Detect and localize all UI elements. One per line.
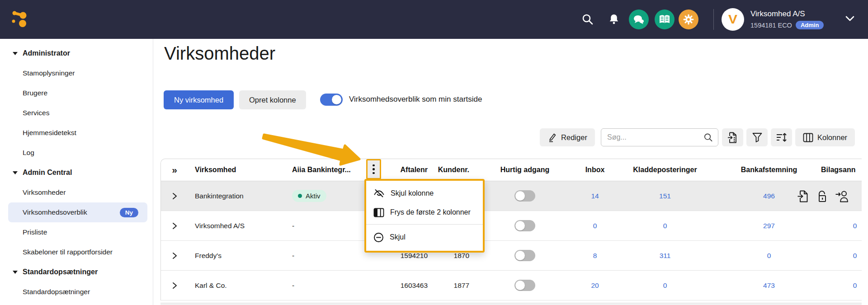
sidebar-item-log[interactable]: Log (0, 143, 153, 163)
export-file-icon (727, 132, 738, 143)
user-company-name: Virksomhed A/S (750, 9, 805, 19)
aiia-status-cell: - (290, 271, 369, 300)
minus-circle-icon (373, 232, 384, 243)
sort-lines-icon (776, 132, 787, 143)
user-avatar[interactable]: V (722, 8, 744, 31)
search-input[interactable] (601, 129, 703, 146)
create-column-button[interactable]: Opret kolonne (239, 90, 306, 109)
table-row: Karl & Co. - 1603463 1877 20 0 473 0 (161, 271, 862, 300)
bankafstemning-count-link[interactable]: 297 (763, 222, 775, 230)
navbar-divider (713, 9, 714, 30)
chat-support-icon[interactable] (629, 9, 649, 29)
notifications-bell-icon[interactable] (608, 13, 620, 26)
company-name-cell[interactable]: Bankintegration (188, 181, 290, 211)
edit-button[interactable]: Rediger (540, 128, 595, 146)
col-header-virksomhed[interactable]: Virksomhed (188, 159, 290, 181)
sort-button[interactable] (771, 128, 792, 146)
login-as-user-icon[interactable] (835, 190, 849, 202)
search-icon[interactable] (581, 13, 594, 26)
hurtig-adgang-toggle[interactable] (514, 250, 535, 261)
account-number: 1594181 ECO (750, 22, 792, 29)
search-box (601, 128, 718, 146)
caret-down-icon (13, 52, 18, 55)
expand-row-icon[interactable] (170, 282, 179, 290)
menu-item-hide-column[interactable]: Skjul kolonne (366, 184, 483, 203)
help-book-icon[interactable] (655, 9, 675, 29)
new-company-button[interactable]: Ny virksomhed (164, 90, 234, 109)
filter-button[interactable] (746, 128, 768, 146)
sidebar-section-administrator[interactable]: Administrator (0, 43, 153, 63)
sidebar-item-standardopsaetninger[interactable]: Standardopsætninger (0, 282, 153, 302)
eye-off-icon (373, 188, 385, 198)
unlock-icon[interactable] (816, 190, 827, 202)
expand-row-icon[interactable] (170, 222, 179, 230)
sidebar-section-admin-central[interactable]: Admin Central (0, 163, 153, 183)
sidebar-item-virksomheder[interactable]: Virksomheder (0, 183, 153, 202)
avatar-initial: V (728, 13, 737, 27)
hurtig-adgang-toggle[interactable] (514, 190, 535, 202)
status-dot-icon (298, 194, 302, 198)
bilagsann-count-link[interactable]: 0 (853, 282, 857, 290)
freeze-columns-icon (373, 208, 384, 217)
search-field-icon[interactable] (703, 132, 713, 142)
open-company-document-icon[interactable] (797, 190, 809, 202)
col-header-kundenr[interactable]: Kundenr. (432, 159, 473, 181)
table-row: Freddy's - 1594210 1870 8 311 0 0 (161, 241, 862, 271)
bankafstemning-count-link[interactable]: 0 (767, 252, 771, 260)
kladdeposteringer-count-link[interactable]: 0 (663, 222, 667, 230)
col-header-bilagsann[interactable]: Bilagsann (821, 159, 862, 181)
filter-funnel-icon (752, 132, 763, 143)
col-header-aiia[interactable]: Aiia Bankintegr... (290, 159, 369, 181)
bankafstemning-count-link[interactable]: 496 (763, 192, 775, 200)
export-button[interactable] (722, 128, 743, 146)
sidebar-item-prisliste[interactable]: Prisliste (0, 222, 153, 242)
sidebar-item-stamoplysninger[interactable]: Stamoplysninger (0, 63, 153, 83)
expand-row-icon[interactable] (170, 192, 179, 200)
user-menu-chevron-icon[interactable] (844, 15, 855, 22)
company-name-cell[interactable]: Freddy's (188, 241, 290, 270)
menu-item-freeze-columns[interactable]: Frys de første 2 kolonner (366, 203, 483, 222)
page-title: Virksomheder (164, 43, 275, 64)
pencil-icon (547, 133, 557, 142)
bilagsann-count-link[interactable]: 0 (853, 222, 857, 230)
e-conomic-logo[interactable] (12, 9, 33, 30)
col-header-bankafstemning[interactable]: Bankafstemning (717, 159, 821, 181)
expand-row-icon[interactable] (170, 252, 179, 260)
kladdeposteringer-count-link[interactable]: 0 (663, 282, 667, 290)
col-header-hurtig-adgang[interactable]: Hurtig adgang (473, 159, 577, 181)
inbox-count-link[interactable]: 8 (593, 252, 597, 260)
inbox-count-link[interactable]: 0 (593, 222, 597, 230)
col-header-inbox[interactable]: Inbox (577, 159, 613, 181)
sidebar-item-skabeloner[interactable]: Skabeloner til rapportforsider (0, 242, 153, 262)
kladdeposteringer-count-link[interactable]: 151 (659, 192, 671, 200)
hurtig-adgang-toggle[interactable] (514, 220, 535, 231)
col-header-kladdeposteringer[interactable]: Kladdeposteringer (613, 159, 717, 181)
companies-table: » Virksomhed Aiia Bankintegr... Aftalenr… (160, 159, 862, 300)
expand-all-icon[interactable]: » (172, 164, 177, 175)
sidebar-item-brugere[interactable]: Brugere (0, 83, 153, 103)
table-row: Bankintegration Aktiv 14 151 496 (161, 181, 862, 211)
caret-down-icon (13, 171, 18, 174)
settings-gear-icon[interactable] (679, 9, 698, 29)
startside-toggle[interactable] (320, 94, 343, 106)
sidebar-item-services[interactable]: Services (0, 103, 153, 123)
hurtig-adgang-toggle[interactable] (514, 280, 535, 291)
inbox-count-link[interactable]: 14 (591, 192, 599, 200)
sidebar-item-virksomhedsoverblik[interactable]: Virksomhedsoverblik Ny (8, 202, 147, 222)
company-name-cell[interactable]: Virksomhed A/S (188, 211, 290, 240)
bankafstemning-count-link[interactable]: 473 (763, 282, 775, 290)
sidebar-section-standardopsaetninger[interactable]: Standardopsætninger (0, 262, 153, 282)
app-root: V Virksomhed A/S 1594181 ECO Admin Admin… (0, 0, 868, 305)
sidebar-item-hjemmesidetekst[interactable]: Hjemmesidetekst (0, 123, 153, 143)
user-account-meta: 1594181 ECO Admin (750, 21, 824, 29)
status-badge: Aktiv (292, 190, 326, 202)
column-menu-button[interactable] (366, 159, 381, 179)
columns-button[interactable]: Kolonner (795, 128, 855, 146)
menu-item-hide[interactable]: Skjul (366, 227, 483, 248)
company-name-cell[interactable]: Karl & Co. (188, 271, 290, 300)
caret-down-icon (13, 271, 18, 274)
inbox-count-link[interactable]: 20 (591, 282, 599, 290)
bilagsann-count-link[interactable]: 0 (853, 252, 857, 260)
column-context-menu: Skjul kolonne Frys de første 2 kolonner … (364, 179, 485, 253)
kladdeposteringer-count-link[interactable]: 311 (660, 252, 671, 260)
